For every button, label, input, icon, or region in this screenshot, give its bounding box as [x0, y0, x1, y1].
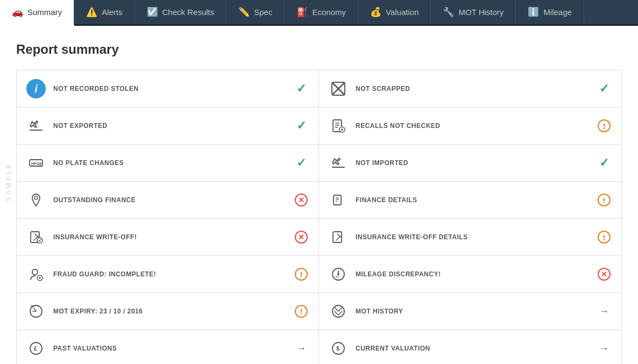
status-check: ✓ — [294, 155, 309, 170]
item-label: INSURANCE WRITE-OFF DETAILS — [356, 233, 589, 241]
economy-icon: ⛽ — [296, 6, 308, 18]
status-cross: ✕ — [294, 230, 309, 245]
svg-text:£: £ — [34, 345, 37, 352]
item-label: NOT IMPORTED — [356, 159, 589, 167]
list-item[interactable]: NOT SCRAPPED ✓ — [319, 70, 621, 108]
list-item[interactable]: $ CURRENT VALUATION → — [319, 330, 621, 364]
status-exclaim: ! — [294, 304, 309, 319]
status-arrow: → — [597, 304, 612, 319]
valuation-icon: 💰 — [370, 6, 381, 18]
summary-icon: 🚗 — [12, 6, 23, 18]
item-label: NOT SCRAPPED — [356, 85, 589, 92]
item-label: FINANCE DETAILS — [356, 196, 589, 204]
tab-alerts[interactable]: ⚠️ Alerts — [74, 0, 134, 24]
list-item[interactable]: INSURANCE WRITE-OFF! ✕ — [17, 219, 319, 256]
check-grid: i NOT RECORDED STOLEN ✓ NOT SCRAPPED ✓ — [16, 70, 622, 364]
list-item[interactable]: OUTSTANDING FINANCE ✕ — [17, 182, 319, 219]
list-item[interactable]: HPI38 NO PLATE CHANGES ✓ — [17, 145, 319, 182]
item-label: MOT HISTORY — [356, 308, 589, 315]
status-arrow: → — [294, 341, 309, 356]
current-valuation-icon: $ — [329, 339, 348, 358]
item-label: MILEAGE DISCREPANCY! — [356, 270, 589, 278]
tab-valuation[interactable]: 💰 Valuation — [358, 0, 431, 24]
status-check: ✓ — [597, 155, 612, 170]
tab-economy[interactable]: ⛽ Economy — [285, 0, 358, 24]
item-label: NOT RECORDED STOLEN — [53, 85, 286, 92]
status-check: ✓ — [294, 118, 309, 133]
item-label: NO PLATE CHANGES — [53, 159, 286, 167]
svg-text:HPI38: HPI38 — [31, 162, 42, 166]
writeoff-icon — [26, 227, 46, 247]
status-exclaim: ! — [597, 230, 612, 245]
status-exclaim: ! — [597, 192, 612, 208]
fraud-guard-icon — [26, 265, 46, 284]
list-item[interactable]: odo MILEAGE DISCREPANCY! ✕ — [319, 256, 621, 293]
item-label: CURRENT VALUATION — [356, 345, 589, 352]
tab-bar: 🚗 Summary ⚠️ Alerts ☑️ Check Results ✏️ … — [0, 0, 638, 26]
mot-history-icon: 🔧 — [443, 6, 454, 18]
status-cross: ✕ — [597, 267, 612, 282]
list-item[interactable]: NOT IMPORTED ✓ — [319, 145, 621, 182]
tab-summary[interactable]: 🚗 Summary — [0, 0, 74, 26]
tab-mot-history[interactable]: 🔧 MOT History — [431, 0, 516, 24]
svg-point-22 — [32, 269, 38, 275]
status-exclaim: ! — [294, 267, 309, 282]
status-cross: ✕ — [294, 192, 309, 208]
mileage-icon: odo — [329, 265, 348, 284]
list-item[interactable]: NOT EXPORTED ✓ — [17, 108, 319, 145]
svg-rect-15 — [334, 195, 341, 205]
svg-text:odo: odo — [335, 275, 339, 278]
list-item[interactable]: RECALLS NOT CHECKED ! — [319, 108, 621, 145]
tab-mileage[interactable]: ℹ️ Mileage — [516, 0, 584, 24]
status-check: ✓ — [597, 81, 612, 96]
item-label: PAST VALUATIONS — [53, 345, 286, 352]
finance-icon — [26, 190, 46, 210]
list-item[interactable]: £ PAST VALUATIONS → — [17, 330, 319, 364]
list-item[interactable]: i NOT RECORDED STOLEN ✓ — [17, 70, 319, 108]
recalls-icon — [329, 116, 348, 135]
tab-spec[interactable]: ✏️ Spec — [226, 0, 285, 24]
tab-alerts-label: Alerts — [102, 8, 122, 17]
plate-icon: HPI38 — [26, 153, 46, 173]
alerts-icon: ⚠️ — [86, 6, 97, 18]
imported-icon — [329, 153, 348, 173]
list-item[interactable]: INSURANCE WRITE-OFF DETAILS ! — [319, 219, 621, 256]
tab-mot-history-label: MOT History — [458, 8, 504, 17]
content-area: Report summary i NOT RECORDED STOLEN ✓ N… — [0, 26, 638, 364]
item-label: RECALLS NOT CHECKED — [356, 122, 589, 130]
tab-spec-label: Spec — [254, 8, 272, 17]
report-title: Report summary — [16, 42, 622, 57]
mot-expiry-icon — [26, 302, 46, 321]
tab-summary-label: Summary — [27, 8, 62, 17]
status-check: ✓ — [294, 81, 309, 96]
tab-valuation-label: Valuation — [386, 8, 419, 17]
finance-details-icon — [329, 190, 348, 210]
svg-text:$: $ — [336, 345, 339, 352]
item-label: FRAUD GUARD: INCOMPLETE! — [53, 270, 286, 278]
item-label: INSURANCE WRITE-OFF! — [53, 233, 286, 241]
item-label: NOT EXPORTED — [53, 122, 286, 130]
list-item[interactable]: MOT EXPIRY: 23 / 10 / 2016 ! — [17, 293, 319, 330]
info-icon: i — [26, 79, 46, 98]
writeoff-details-icon — [329, 227, 348, 247]
spec-icon: ✏️ — [238, 6, 250, 18]
item-label: MOT EXPIRY: 23 / 10 / 2016 — [53, 308, 286, 315]
tab-mileage-label: Mileage — [543, 8, 572, 17]
status-exclaim: ! — [597, 118, 612, 133]
plane-icon — [26, 116, 46, 135]
list-item[interactable]: FINANCE DETAILS ! — [319, 182, 621, 219]
mileage-icon: ℹ️ — [528, 6, 539, 18]
tab-check-results-label: Check Results — [162, 8, 215, 17]
status-arrow: → — [597, 341, 612, 356]
list-item[interactable]: MOT HISTORY → — [319, 293, 621, 330]
scrapped-icon — [329, 79, 348, 98]
tab-check-results[interactable]: ☑️ Check Results — [135, 0, 227, 24]
list-item[interactable]: FRAUD GUARD: INCOMPLETE! ! — [17, 256, 319, 293]
check-results-icon: ☑️ — [147, 6, 158, 18]
item-label: OUTSTANDING FINANCE — [53, 196, 286, 204]
mot-history-icon — [329, 302, 348, 321]
svg-point-14 — [34, 196, 38, 199]
past-valuations-icon: £ — [26, 339, 46, 358]
tab-economy-label: Economy — [312, 8, 346, 17]
